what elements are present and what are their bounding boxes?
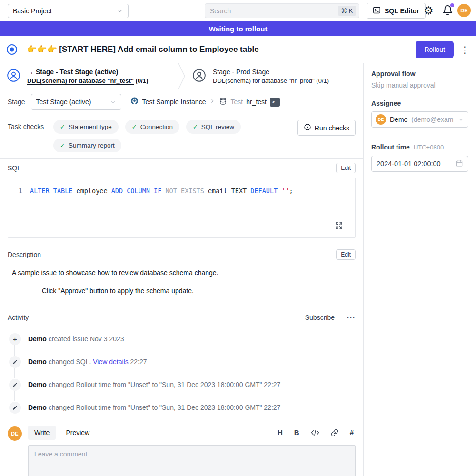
stage-dropdown-value: Test Stage (active) <box>36 98 91 106</box>
assignee-selector[interactable]: DE Demo (demo@example <box>371 111 468 128</box>
activity-text: changed Rollout time from "Unset" to "Su… <box>47 404 280 411</box>
chevron-right-icon <box>209 98 216 106</box>
check-statement-type[interactable]: ✓Statement type <box>53 120 119 134</box>
check-label: SQL review <box>201 123 234 130</box>
pencil-icon <box>9 402 21 414</box>
instance-breadcrumb: Test Sample Instance Test hr_test >_ <box>130 97 280 108</box>
comment-composer: DE ··· Write Preview H B # <box>0 419 363 476</box>
sql-editor-readonly[interactable]: 1ALTER TABLE employee ADD COLUMN IF NOT … <box>8 178 356 238</box>
activity-item: Demo changed Rollout time from "Unset" t… <box>8 373 356 396</box>
notification-dot <box>450 3 454 7</box>
subscribe-button[interactable]: Subscribe <box>305 314 335 321</box>
activity-text: changed Rollout time from "Unset" to "Su… <box>47 381 280 388</box>
assignee-label: Assignee <box>371 99 468 107</box>
description-label: Description <box>8 251 41 258</box>
database-name-link[interactable]: hr_test <box>246 98 267 106</box>
stage-prod[interactable]: Stage - Prod Stage DDL(schema) for datab… <box>186 68 329 84</box>
postgresql-icon <box>130 97 139 108</box>
terminal-icon <box>373 6 381 16</box>
run-checks-button[interactable]: Run checks <box>298 120 356 136</box>
link-icon[interactable] <box>331 429 338 436</box>
code-icon[interactable] <box>311 429 319 436</box>
assignee-avatar: DE <box>376 114 386 125</box>
database-icon <box>219 97 227 107</box>
instance-name-link[interactable]: Test Sample Instance <box>142 98 206 106</box>
sql-edit-button[interactable]: Edit <box>336 163 356 173</box>
check-summary-report[interactable]: ✓Summary report <box>53 139 121 152</box>
issue-titlebar: 👉👉👉 [START HERE] Add email column to Emp… <box>0 36 476 63</box>
active-stage-arrow-icon: → <box>27 68 34 76</box>
comment-textarea[interactable] <box>28 445 356 476</box>
more-menu-icon[interactable]: ⋮ <box>460 41 469 58</box>
check-connection[interactable]: ✓Connection <box>125 120 179 134</box>
comment-avatar: DE <box>8 426 22 441</box>
activity-item: Demo changed SQL. View details 22:27 <box>8 350 356 373</box>
assignee-name: Demo <box>390 116 407 123</box>
bold-icon[interactable]: B <box>294 428 299 436</box>
stage-test-count: (0/1) <box>136 77 149 84</box>
chevron-down-icon <box>458 117 464 123</box>
settings-gear-icon[interactable]: ⚙ <box>424 2 434 19</box>
check-passed-icon: ✓ <box>60 142 65 149</box>
stage-dropdown[interactable]: Test Stage (active) <box>31 94 121 110</box>
main-column: →Stage - Test Stage (active) DDL(schema)… <box>0 63 363 476</box>
environment-label: Test <box>230 98 243 106</box>
pencil-icon <box>9 379 21 391</box>
open-in-sql-editor-icon[interactable]: >_ <box>270 98 280 107</box>
run-checks-label: Run checks <box>315 124 349 132</box>
sql-token: employee <box>72 187 111 195</box>
description-edit-button[interactable]: Edit <box>336 249 356 260</box>
search-placeholder: Search <box>210 7 338 15</box>
rollout-time-picker[interactable]: 2024-01-01 02:00:00 <box>371 156 468 172</box>
pencil-icon <box>9 356 21 368</box>
expand-fullscreen-icon[interactable] <box>335 222 343 231</box>
rollout-time-label: Rollout time <box>371 143 410 151</box>
sql-editor-label: SQL Editor <box>385 7 419 15</box>
hash-icon[interactable]: # <box>350 428 354 436</box>
activity-text: created issue Nov 3 2023 <box>47 335 124 343</box>
issue-sidebar: Approval flow Skip manual approval Assig… <box>363 63 476 476</box>
sql-token: ; <box>289 187 293 195</box>
check-sql-review[interactable]: ✓SQL review <box>186 120 241 134</box>
comment-tabs: Write Preview H B # <box>28 425 356 440</box>
stage-separator <box>178 63 186 89</box>
sql-token: DEFAULT <box>250 187 278 195</box>
tab-write[interactable]: Write <box>28 426 56 440</box>
timezone-label: UTC+0800 <box>414 144 444 151</box>
approval-flow-label: Approval flow <box>371 70 468 78</box>
notifications-bell-icon[interactable] <box>442 5 453 18</box>
stage-test-task: DDL(schema) for database "hr_test" <box>27 77 134 84</box>
heading-icon[interactable]: H <box>278 428 283 436</box>
issue-detail-page: Basic Project Search ⌘ K SQL Editor ⚙ DE… <box>0 0 476 476</box>
user-avatar[interactable]: DE <box>457 4 471 17</box>
search-shortcut-badge: ⌘ K <box>338 6 356 16</box>
activity-label: Activity <box>8 314 29 321</box>
activity-user: Demo <box>28 404 47 411</box>
activity-item: Demo changed Rollout time from "Unset" t… <box>8 396 356 419</box>
rollout-button[interactable]: Rollout <box>416 41 454 58</box>
rollout-time-value: 2024-01-01 02:00:00 <box>377 160 441 168</box>
sql-token: ALTER TABLE <box>30 187 72 195</box>
sql-editor-button[interactable]: SQL Editor <box>367 3 426 19</box>
project-selector[interactable]: Basic Project <box>8 4 129 18</box>
stage-test-user-icon <box>7 69 20 84</box>
search-input[interactable]: Search ⌘ K <box>205 3 359 18</box>
tab-preview[interactable]: Preview <box>60 426 96 440</box>
stage-prod-title: Stage - Prod Stage <box>213 68 329 76</box>
chevron-down-icon <box>110 99 116 105</box>
activity-more-icon[interactable]: ··· <box>347 313 356 321</box>
activity-user: Demo <box>28 335 47 343</box>
activity-text: changed SQL. <box>47 358 93 366</box>
activity-user: Demo <box>28 381 47 388</box>
check-label: Connection <box>140 123 173 130</box>
description-section: Description Edit A sample issue to showc… <box>0 244 363 307</box>
activity-section: Activity Subscribe ··· + Demo created is… <box>0 307 363 419</box>
line-number: 1 <box>8 187 22 195</box>
task-checks-section: Task checks ✓Statement type ✓Connection … <box>0 114 363 159</box>
check-label: Statement type <box>69 123 112 130</box>
stage-test[interactable]: →Stage - Test Stage (active) DDL(schema)… <box>0 68 178 84</box>
description-text: Click "Approve" button to apply the sche… <box>42 287 356 295</box>
stage-prod-task: DDL(schema) for database "hr_prod" (0/1) <box>213 77 329 84</box>
view-details-link[interactable]: View details <box>93 358 128 366</box>
description-text: A sample issue to showcase how to review… <box>12 269 356 277</box>
